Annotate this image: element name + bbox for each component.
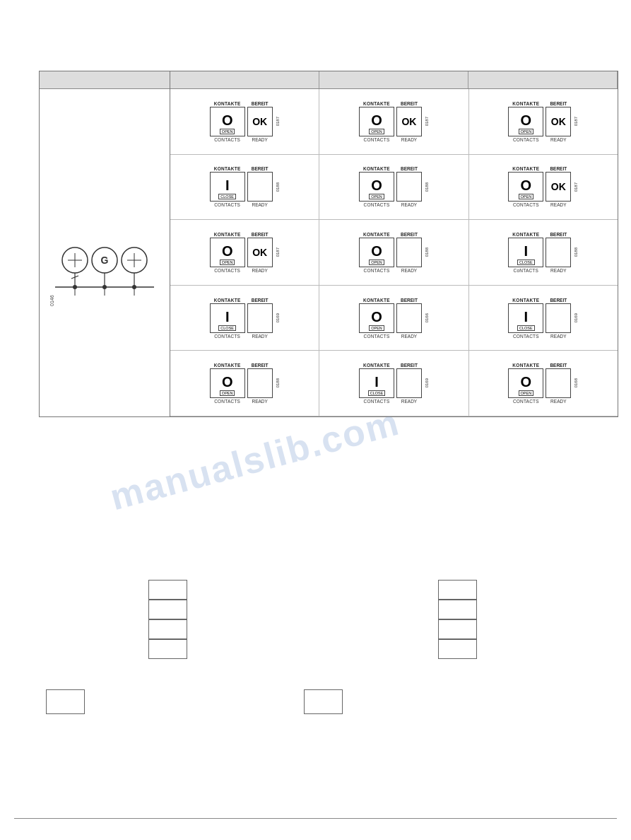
ready-label: READY <box>550 268 566 273</box>
vertical-id: 0166 <box>425 313 429 322</box>
ready-label: READY <box>401 334 417 339</box>
vertical-id: 0187 <box>574 182 578 192</box>
contact-letter: I <box>524 310 529 324</box>
stacked-box-r3 <box>438 619 477 639</box>
vertical-id: 0188 <box>425 182 429 192</box>
contact-state: OPEN <box>220 390 235 396</box>
kontakte-label: KONTAKTE <box>363 166 390 171</box>
contacts-label: CONTACTS <box>214 268 240 273</box>
ready-label: READY <box>401 137 417 142</box>
ready-box-empty <box>546 368 571 398</box>
contact-state: CLOSE <box>517 259 535 265</box>
vertical-id: 0168 <box>574 378 578 387</box>
contacts-label: CONTACTS <box>513 137 539 142</box>
left-column: G <box>40 71 170 416</box>
contact-item-3-1: KONTAKTEOOPENCONTACTSBEREITREADY0166 <box>319 286 468 351</box>
contact-triple-4-1: KONTAKTEICLOSECONTACTSBEREITREADY0169 <box>319 351 468 416</box>
bereit-label: BEREIT <box>252 298 269 303</box>
contacts-row-3: KONTAKTEICLOSECONTACTSBEREITREADY0169KON… <box>170 286 618 351</box>
stacked-box-2 <box>148 600 187 619</box>
contact-item-4-0: KONTAKTEOOPENCONTACTSBEREITREADY0188 <box>170 351 319 416</box>
contacts-label: CONTACTS <box>214 399 240 404</box>
circuit-diagram: G <box>40 89 170 416</box>
contacts-rows: KONTAKTEOOPENCONTACTSBEREITOKREADY0187KO… <box>170 89 618 416</box>
watermark: manualslib.com <box>105 401 403 519</box>
vertical-id: 0187 <box>574 117 578 126</box>
ready-box-empty <box>247 303 273 333</box>
bereit-label: BEREIT <box>401 166 418 171</box>
ready-box-empty <box>247 172 273 202</box>
bereit-label: BEREIT <box>550 363 567 368</box>
kontakte-label: KONTAKTE <box>214 232 241 237</box>
contact-item-1-1: KONTAKTEOOPENCONTACTSBEREITREADY0188 <box>319 155 468 220</box>
contacts-row-2: KONTAKTEOOPENCONTACTSBEREITOKREADY0187KO… <box>170 220 618 286</box>
contacts-row-4: KONTAKTEOOPENCONTACTSBEREITREADY0188KONT… <box>170 351 618 416</box>
ready-label: READY <box>550 399 566 404</box>
ok-symbol: OK <box>247 238 273 267</box>
contact-letter: O <box>521 375 532 389</box>
contacts-label: CONTACTS <box>364 334 390 339</box>
left-header <box>40 71 170 89</box>
svg-point-17 <box>102 285 107 289</box>
contacts-label: CONTACTS <box>513 334 539 339</box>
contacts-label: CONTACTS <box>214 137 240 142</box>
ready-box-empty <box>396 303 422 333</box>
vertical-id: 0188 <box>276 378 280 387</box>
svg-point-16 <box>73 285 77 289</box>
bottom-left-boxes <box>148 580 187 659</box>
contact-item-0-2: KONTAKTEOOPENCONTACTSBEREITOKREADY0187 <box>469 89 618 154</box>
contact-item-3-2: KONTAKTEICLOSECONTACTSBEREITREADY0169 <box>469 286 618 351</box>
contact-letter: O <box>222 113 233 127</box>
contact-triple-0-1: KONTAKTEOOPENCONTACTSBEREITOKREADY0187 <box>319 89 468 154</box>
contacts-row-1: KONTAKTEICLOSECONTACTSBEREITREADY0188KON… <box>170 155 618 221</box>
kontakte-label: KONTAKTE <box>214 363 241 368</box>
ready-label: READY <box>550 334 566 339</box>
single-box-left <box>46 689 85 714</box>
contact-letter: O <box>521 113 532 127</box>
ready-label: READY <box>401 202 417 207</box>
bottom-line <box>14 818 617 819</box>
vertical-id: 0169 <box>425 378 429 387</box>
contact-letter: I <box>524 244 529 258</box>
contact-item-2-0: KONTAKTEOOPENCONTACTSBEREITOKREADY0187 <box>170 220 319 285</box>
page: G <box>0 0 631 840</box>
vertical-id: 0169 <box>574 313 578 322</box>
bottom-right-boxes <box>438 580 477 659</box>
ready-box-empty <box>546 303 571 333</box>
contacts-label: CONTACTS <box>364 137 390 142</box>
contacts-label: CONTACTS <box>214 202 240 207</box>
bereit-label: BEREIT <box>401 101 418 106</box>
bereit-label: BEREIT <box>401 232 418 237</box>
contact-triple-3-0: KONTAKTEICLOSECONTACTSBEREITREADY0169 <box>170 286 319 351</box>
ready-box-empty <box>247 368 273 398</box>
bereit-label: BEREIT <box>550 298 567 303</box>
kontakte-label: KONTAKTE <box>512 232 539 237</box>
contact-triple-2-2: KONTAKTEICLOSECoNTACTSBEREITREADY0188 <box>469 220 618 285</box>
contact-state: CLOSE <box>218 194 236 199</box>
ready-label: READY <box>252 268 267 273</box>
contact-state: OPEN <box>519 194 534 199</box>
contact-triple-1-0: KONTAKTEICLOSECONTACTSBEREITREADY0188 <box>170 155 319 220</box>
ready-box-empty <box>546 238 571 267</box>
contact-item-0-0: KONTAKTEOOPENCONTACTSBEREITOKREADY0187 <box>170 89 319 154</box>
contact-letter: O <box>371 310 382 324</box>
ready-label: READY <box>252 202 267 207</box>
contact-item-2-2: KONTAKTEICLOSECoNTACTSBEREITREADY0188 <box>469 220 618 285</box>
contact-letter: O <box>371 244 382 258</box>
top-header-cell-1 <box>170 71 319 88</box>
ready-label: READY <box>252 334 267 339</box>
bereit-label: BEREIT <box>252 101 269 106</box>
kontakte-label: KONTAKTE <box>512 166 539 171</box>
kontakte-label: KONTAKTE <box>214 166 241 171</box>
svg-text:0146: 0146 <box>49 295 54 306</box>
stacked-box-4 <box>148 639 187 659</box>
vertical-id: 0188 <box>276 182 280 192</box>
ready-box-empty <box>396 368 422 398</box>
main-layout: G <box>39 71 618 417</box>
stacked-box-1 <box>148 580 187 600</box>
vertical-id: 0188 <box>425 247 429 257</box>
ready-label: READY <box>401 268 417 273</box>
vertical-id: 0187 <box>276 117 280 126</box>
contacts-label: CONTACTS <box>364 268 390 273</box>
contact-letter: O <box>371 178 382 192</box>
